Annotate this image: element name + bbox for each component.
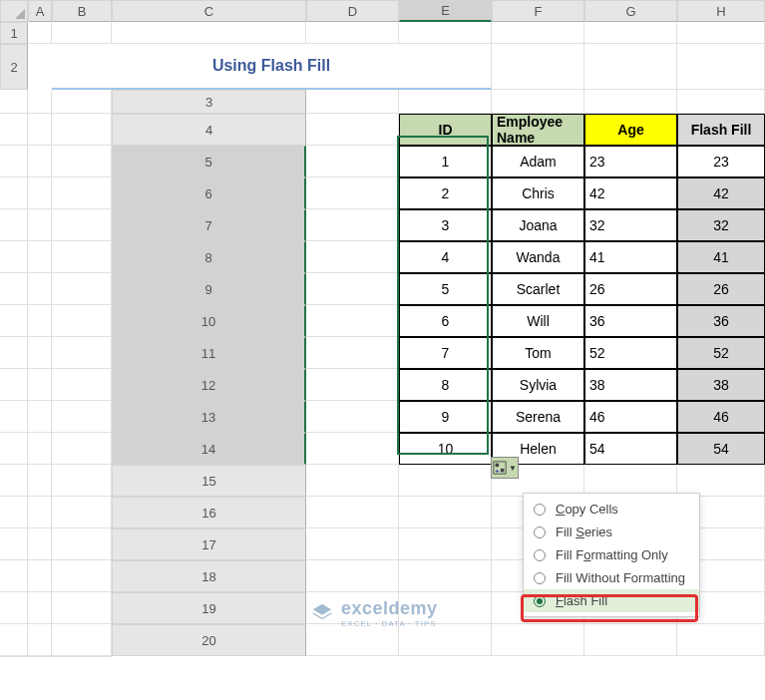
- cell[interactable]: [52, 241, 112, 273]
- cell[interactable]: [399, 497, 492, 528]
- cell[interactable]: [306, 465, 399, 497]
- cell[interactable]: [52, 497, 112, 528]
- cell[interactable]: [306, 401, 399, 433]
- row-header-4[interactable]: 4: [112, 114, 306, 146]
- cell[interactable]: [0, 177, 28, 209]
- cell[interactable]: [677, 22, 765, 44]
- menu-fill-series[interactable]: Fill Series: [524, 521, 699, 543]
- cell[interactable]: [28, 369, 52, 401]
- cell-id[interactable]: 8: [399, 369, 492, 401]
- cell[interactable]: [28, 273, 52, 305]
- row-header-9[interactable]: 9: [112, 273, 306, 305]
- cell[interactable]: [0, 497, 28, 528]
- cell-id[interactable]: 3: [399, 209, 492, 241]
- row-header-12[interactable]: 12: [112, 369, 306, 401]
- cell[interactable]: [28, 177, 52, 209]
- cell-flash-fill[interactable]: 32: [677, 209, 765, 241]
- cell-name[interactable]: Sylvia: [492, 369, 584, 401]
- cell[interactable]: [52, 528, 112, 560]
- cell[interactable]: [28, 656, 52, 657]
- row-header-5[interactable]: 5: [112, 146, 306, 177]
- menu-fill-without-formatting[interactable]: Fill Without Formatting: [524, 566, 699, 589]
- cell[interactable]: [492, 624, 584, 656]
- cell-flash-fill[interactable]: 38: [677, 369, 765, 401]
- cell[interactable]: [52, 465, 112, 497]
- cell-id[interactable]: 9: [399, 401, 492, 433]
- row-header-20[interactable]: 20: [112, 624, 306, 656]
- cell[interactable]: [677, 44, 765, 90]
- cell-flash-fill[interactable]: 23: [677, 146, 765, 177]
- cell[interactable]: [306, 433, 399, 465]
- col-header-H[interactable]: H: [677, 0, 765, 22]
- row-header-18[interactable]: 18: [112, 560, 306, 592]
- cell[interactable]: [28, 90, 52, 114]
- cell[interactable]: [0, 624, 28, 656]
- cell-id[interactable]: 4: [399, 241, 492, 273]
- cell[interactable]: [28, 465, 52, 497]
- cell-age[interactable]: 32: [584, 209, 677, 241]
- row-header-1[interactable]: 1: [0, 22, 28, 44]
- menu-fill-formatting-only[interactable]: Fill Formatting Only: [524, 543, 699, 566]
- cell[interactable]: [28, 401, 52, 433]
- cell[interactable]: [306, 241, 399, 273]
- cell-name[interactable]: Scarlet: [492, 273, 584, 305]
- cell[interactable]: [28, 305, 52, 337]
- cell[interactable]: [492, 90, 584, 114]
- cell[interactable]: [28, 560, 52, 592]
- cell[interactable]: [306, 369, 399, 401]
- cell[interactable]: [28, 497, 52, 528]
- row-header-13[interactable]: 13: [112, 401, 306, 433]
- cell-id[interactable]: 10: [399, 433, 492, 465]
- row-header-10[interactable]: 10: [112, 305, 306, 337]
- cell[interactable]: [52, 401, 112, 433]
- cell[interactable]: [28, 592, 52, 624]
- col-header-E[interactable]: E: [399, 0, 492, 22]
- cell[interactable]: [112, 22, 306, 44]
- col-header-F[interactable]: F: [492, 0, 584, 22]
- cell-age[interactable]: 26: [584, 273, 677, 305]
- cell[interactable]: [677, 90, 765, 114]
- cell[interactable]: [492, 44, 584, 90]
- cell[interactable]: [306, 273, 399, 305]
- cell[interactable]: [306, 22, 399, 44]
- cell[interactable]: [0, 592, 28, 624]
- cell[interactable]: [399, 560, 492, 592]
- cell[interactable]: [52, 177, 112, 209]
- cell-id[interactable]: 6: [399, 305, 492, 337]
- row-header-17[interactable]: 17: [112, 528, 306, 560]
- cell-age[interactable]: 52: [584, 337, 677, 369]
- row-header-16[interactable]: 16: [112, 497, 306, 528]
- cell[interactable]: [0, 241, 28, 273]
- row-header-3[interactable]: 3: [112, 90, 306, 114]
- cell[interactable]: [52, 369, 112, 401]
- cell[interactable]: [0, 401, 28, 433]
- cell-name[interactable]: Joana: [492, 209, 584, 241]
- cell-age[interactable]: 41: [584, 241, 677, 273]
- cell-age[interactable]: 46: [584, 401, 677, 433]
- cell-flash-fill[interactable]: 26: [677, 273, 765, 305]
- cell[interactable]: [0, 465, 28, 497]
- cell-id[interactable]: 2: [399, 177, 492, 209]
- cell[interactable]: [0, 433, 28, 465]
- menu-flash-fill[interactable]: Flash Fill: [524, 589, 699, 612]
- cell[interactable]: [28, 624, 52, 656]
- cell[interactable]: [0, 90, 28, 114]
- cell[interactable]: [0, 369, 28, 401]
- row-header-19[interactable]: 19: [112, 592, 306, 624]
- cell[interactable]: [52, 22, 112, 44]
- cell[interactable]: [52, 146, 112, 177]
- cell[interactable]: [584, 22, 677, 44]
- cell[interactable]: [306, 560, 399, 592]
- cell-id[interactable]: 7: [399, 337, 492, 369]
- cell-flash-fill[interactable]: 54: [677, 433, 765, 465]
- cell[interactable]: [28, 337, 52, 369]
- cell[interactable]: [0, 656, 28, 657]
- cell[interactable]: [306, 305, 399, 337]
- cell[interactable]: [28, 22, 52, 44]
- cell[interactable]: [306, 177, 399, 209]
- menu-copy-cells[interactable]: Copy Cells: [524, 498, 699, 521]
- cell[interactable]: [0, 305, 28, 337]
- cell[interactable]: [306, 528, 399, 560]
- cell[interactable]: [306, 497, 399, 528]
- cell-id[interactable]: 1: [399, 146, 492, 177]
